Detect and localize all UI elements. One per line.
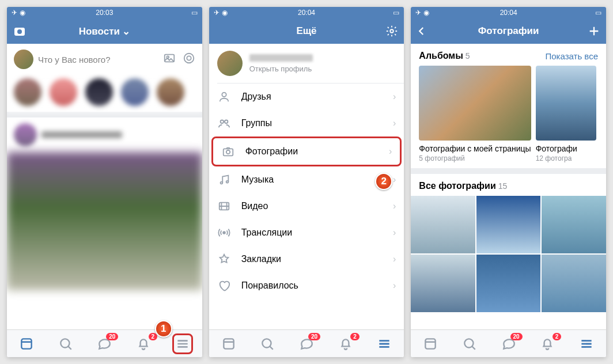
menu-liked[interactable]: Понравилось ›: [209, 272, 404, 299]
chevron-right-icon: ›: [393, 227, 396, 238]
albums-header: Альбомы5 Показать все: [411, 44, 606, 66]
albums-count: 5: [466, 51, 470, 60]
svg-rect-6: [21, 339, 31, 348]
menu-groups[interactable]: Группы ›: [209, 110, 404, 136]
svg-point-18: [226, 150, 229, 154]
photo-icon[interactable]: [163, 52, 176, 67]
tab-feed[interactable]: [16, 333, 37, 354]
tab-notifications[interactable]: 2: [335, 333, 356, 354]
tab-more[interactable]: [576, 333, 597, 354]
settings-button[interactable]: [385, 18, 398, 44]
menu-label: Фотографии: [245, 146, 298, 157]
album-1[interactable]: Фотографии с моей страницы 5 фотографий: [419, 66, 531, 162]
music-icon: [217, 173, 231, 186]
live-icon[interactable]: [183, 52, 195, 67]
photo-thumb[interactable]: [542, 196, 606, 253]
albums-title: Альбомы: [419, 51, 463, 60]
avatar[interactable]: [14, 50, 33, 69]
chevron-down-icon: ⌄: [122, 26, 130, 37]
svg-point-20: [226, 181, 228, 183]
tab-messages[interactable]: 20: [296, 333, 317, 354]
menu-label: Друзья: [241, 92, 271, 102]
show-all-link[interactable]: Показать все: [545, 51, 598, 61]
status-time: 20:04: [209, 9, 404, 17]
tab-bar: 20 2: [411, 329, 606, 357]
svg-line-35: [472, 346, 475, 349]
menu-label: Закладки: [241, 254, 281, 264]
content: Альбомы5 Показать все Фотографии с моей …: [411, 44, 606, 329]
photo-thumb[interactable]: [411, 255, 475, 312]
status-bar: ✈︎◉ 20:03 ▭: [7, 7, 202, 18]
header: Ещё: [209, 18, 404, 44]
photo-thumb[interactable]: [411, 196, 475, 253]
add-button[interactable]: [588, 18, 600, 44]
screen-news: ✈︎◉ 20:03 ▭ Новости⌄ Что у Вас нового? 2…: [7, 7, 202, 357]
svg-point-14: [222, 93, 226, 97]
svg-line-26: [270, 346, 273, 349]
tab-feed[interactable]: [218, 333, 239, 354]
video-icon: [217, 200, 231, 213]
photo-thumb[interactable]: [542, 255, 606, 312]
tab-more[interactable]: [172, 333, 193, 354]
tab-more[interactable]: [374, 333, 395, 354]
menu-photos[interactable]: Фотографии ›: [211, 136, 402, 166]
notif-badge: 2: [553, 333, 562, 340]
tab-bar: 20 2: [209, 329, 404, 357]
tab-feed[interactable]: [420, 333, 441, 354]
header: Фотографии: [411, 18, 606, 44]
album-title: Фотографи: [536, 144, 597, 153]
tab-notifications[interactable]: 2: [133, 333, 154, 354]
tab-search[interactable]: [257, 333, 278, 354]
chevron-right-icon: ›: [393, 280, 396, 291]
photo-grid: [411, 196, 606, 312]
menu-label: Видео: [241, 201, 268, 211]
all-photos-title: Все фотографии: [419, 181, 495, 191]
menu-live[interactable]: Трансляции ›: [209, 219, 404, 246]
header-title: Ещё: [296, 25, 316, 37]
avatar[interactable]: [217, 51, 243, 76]
album-cover: [419, 66, 531, 141]
all-photos-count: 15: [498, 181, 508, 191]
svg-point-4: [184, 54, 194, 63]
photo-thumb[interactable]: [476, 255, 541, 312]
chevron-right-icon: ›: [393, 201, 396, 211]
svg-point-16: [225, 120, 228, 124]
back-button[interactable]: [417, 18, 427, 44]
stories-row[interactable]: [7, 75, 202, 112]
svg-point-19: [220, 182, 222, 184]
svg-rect-32: [426, 339, 436, 348]
tab-messages[interactable]: 20: [498, 333, 519, 354]
bookmark-icon: [217, 253, 231, 266]
header: Новости⌄: [7, 18, 202, 44]
content: Открыть профиль Друзья › Группы › Фотогр…: [209, 44, 404, 329]
menu-label: Музыка: [241, 175, 274, 185]
composer-row[interactable]: Что у Вас нового?: [7, 44, 202, 75]
tab-notifications[interactable]: 2: [537, 333, 558, 354]
messages-badge: 20: [106, 333, 118, 340]
album-title: Фотографии с моей страницы: [419, 144, 531, 153]
albums-row: Фотографии с моей страницы 5 фотографий …: [411, 66, 606, 168]
post-header[interactable]: [7, 117, 202, 152]
photo-thumb[interactable]: [476, 196, 541, 253]
friends-icon: [217, 90, 231, 103]
tab-search[interactable]: [459, 333, 480, 354]
menu-bookmarks[interactable]: Закладки ›: [209, 246, 404, 272]
profile-row[interactable]: Открыть профиль: [209, 44, 404, 83]
tab-search[interactable]: [55, 333, 76, 354]
tab-bar: 20 2: [7, 329, 202, 357]
callout-1: 1: [155, 320, 172, 338]
profile-name: [249, 54, 313, 62]
tab-messages[interactable]: 20: [94, 333, 115, 354]
composer-input[interactable]: Что у Вас нового?: [38, 55, 158, 65]
menu-video[interactable]: Видео ›: [209, 193, 404, 219]
camera-button[interactable]: [13, 18, 27, 44]
album-2[interactable]: Фотографи 12 фотогра: [536, 66, 597, 162]
svg-rect-23: [224, 339, 233, 348]
post-image[interactable]: [7, 152, 202, 290]
broadcast-icon: [217, 226, 231, 239]
screen-more: ✈︎◉ 20:04 ▭ Ещё Открыть профиль Друзья ›…: [209, 7, 404, 357]
header-title[interactable]: Новости⌄: [79, 25, 130, 37]
status-bar: ✈︎◉ 20:04 ▭: [209, 7, 404, 18]
menu-friends[interactable]: Друзья ›: [209, 84, 404, 110]
menu-label: Понравилось: [241, 280, 298, 291]
